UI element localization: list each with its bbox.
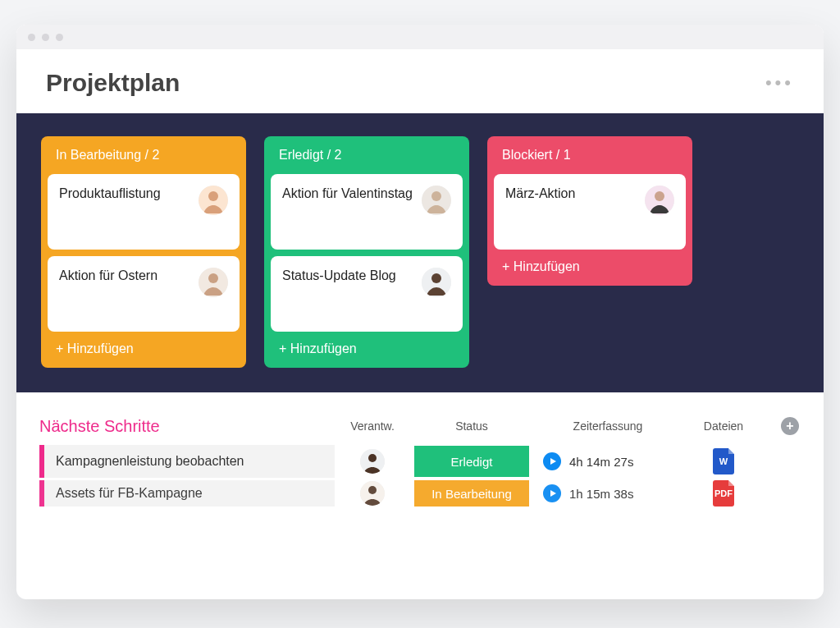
column-label-time: Zeiterfassung [538, 419, 678, 433]
avatar [422, 268, 451, 297]
window-dot [28, 34, 35, 41]
kanban-card[interactable]: Produktauflistung [48, 174, 240, 250]
page-title: Projektplan [46, 69, 180, 97]
time-tracking-cell[interactable]: 1h 15m 38s [538, 484, 678, 502]
card-title: Produktauflistung [59, 186, 161, 203]
kanban-card[interactable]: März-Aktion [494, 174, 686, 250]
svg-point-1 [208, 191, 218, 201]
task-name: Kampagnenleistung beobachten [39, 445, 335, 478]
status-badge-done[interactable]: Erledigt [414, 446, 529, 477]
column-header: Blockiert / 1 [494, 144, 686, 167]
add-card-button[interactable]: + Hinzufügen [48, 338, 240, 356]
time-value: 1h 15m 38s [569, 487, 633, 501]
avatar [422, 186, 451, 215]
avatar [199, 186, 228, 215]
svg-point-13 [368, 486, 377, 494]
window-dot [56, 34, 63, 41]
card-title: Aktion für Ostern [59, 268, 158, 285]
svg-point-3 [208, 273, 218, 283]
kanban-card[interactable]: Aktion für Valentinstag [271, 174, 463, 250]
avatar[interactable] [360, 481, 385, 506]
column-label-owner: Verantw. [340, 419, 405, 433]
page-header: Projektplan ••• [16, 49, 824, 113]
file-pdf-icon[interactable]: PDF [713, 480, 734, 507]
time-tracking-cell[interactable]: 4h 14m 27s [538, 452, 678, 470]
kanban-column-blocked: Blockiert / 1 März-Aktion + Hinzufügen [487, 136, 692, 286]
time-value: 4h 14m 27s [569, 455, 633, 469]
svg-point-7 [431, 273, 441, 283]
svg-point-5 [431, 191, 441, 201]
svg-point-11 [368, 454, 377, 462]
window-dot [42, 34, 49, 41]
avatar[interactable] [360, 449, 385, 474]
avatar [199, 268, 228, 297]
column-label-status: Status [410, 419, 533, 433]
next-steps-header-row: Nächste Schritte Verantw. Status Zeiterf… [39, 409, 801, 443]
add-card-button[interactable]: + Hinzufügen [271, 338, 463, 356]
table-row[interactable]: Kampagnenleistung beobachten Erledigt 4h… [39, 443, 801, 479]
kanban-column-done: Erledigt / 2 Aktion für Valentinstag Sta… [264, 136, 469, 368]
kanban-card[interactable]: Status-Update Blog [271, 256, 463, 332]
column-header: Erledigt / 2 [271, 144, 463, 167]
table-row[interactable]: Assets für FB-Kampagne In Bearbeitung 1h… [39, 479, 801, 507]
card-title: Aktion für Valentinstag [282, 186, 413, 203]
more-menu-icon[interactable]: ••• [765, 72, 794, 94]
column-header: In Bearbeitung / 2 [48, 144, 240, 167]
browser-chrome [16, 25, 824, 49]
card-title: Status-Update Blog [282, 268, 396, 285]
add-card-button[interactable]: + Hinzufügen [494, 256, 686, 274]
column-label-files: Dateien [682, 419, 765, 433]
add-column-button[interactable]: + [781, 417, 799, 435]
card-title: März-Aktion [505, 186, 575, 203]
play-icon[interactable] [543, 484, 561, 502]
play-icon[interactable] [543, 452, 561, 470]
next-steps-section: Nächste Schritte Verantw. Status Zeiterf… [16, 392, 824, 507]
status-badge-in-progress[interactable]: In Bearbeitung [414, 480, 529, 507]
next-steps-title: Nächste Schritte [39, 417, 335, 436]
task-name: Assets für FB-Kampagne [39, 480, 335, 507]
svg-point-9 [655, 191, 664, 201]
kanban-card[interactable]: Aktion für Ostern [48, 256, 240, 332]
browser-window: Projektplan ••• In Bearbeitung / 2 Produ… [16, 25, 824, 599]
avatar [645, 186, 674, 215]
file-word-icon[interactable]: W [713, 448, 734, 474]
kanban-column-in-progress: In Bearbeitung / 2 Produktauflistung Akt… [41, 136, 246, 368]
kanban-board: In Bearbeitung / 2 Produktauflistung Akt… [16, 113, 824, 392]
